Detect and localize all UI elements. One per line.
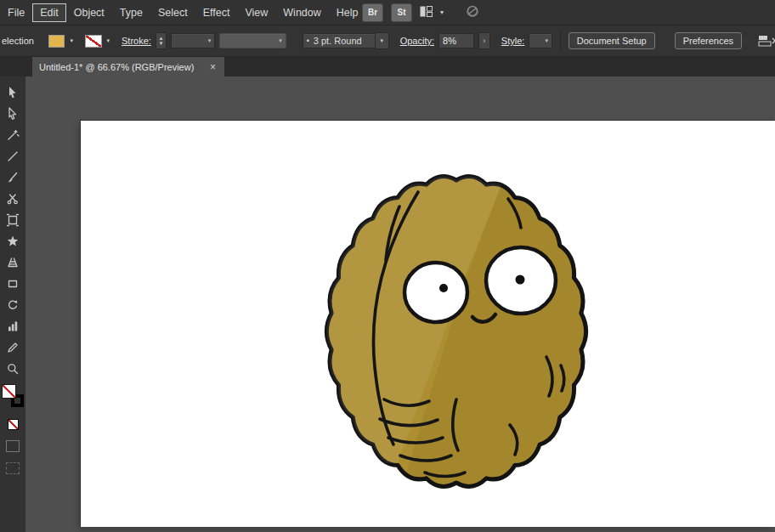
- draw-behind-icon[interactable]: [6, 462, 20, 474]
- brush-definition-value: 3 pt. Round: [314, 36, 362, 46]
- direct-selection-tool-icon[interactable]: [0, 103, 25, 124]
- preferences-button[interactable]: Preferences: [675, 32, 742, 49]
- fill-none-indicator-icon[interactable]: [2, 384, 16, 399]
- pencil-tool-icon[interactable]: [0, 337, 25, 358]
- paintbrush-tool-icon[interactable]: [0, 167, 25, 188]
- menu-type[interactable]: Type: [112, 3, 150, 22]
- selection-type-label: election: [2, 36, 34, 46]
- menu-object[interactable]: Object: [66, 3, 112, 22]
- chevron-down-icon: ▾: [275, 37, 282, 44]
- variable-width-combo: ▾: [219, 33, 286, 48]
- brush-chevron-icon[interactable]: ▾: [376, 32, 389, 49]
- brush-bullet-icon: •: [307, 37, 309, 45]
- menu-bar: File Edit Object Type Select Effect View…: [0, 0, 775, 25]
- style-label[interactable]: Style:: [501, 36, 525, 46]
- menu-help[interactable]: Help: [329, 3, 366, 22]
- free-transform-tool-icon[interactable]: [0, 209, 25, 230]
- style-combo[interactable]: ▾: [529, 33, 552, 48]
- bridge-button[interactable]: Br: [362, 3, 383, 22]
- selection-tool-icon[interactable]: [0, 82, 25, 103]
- control-bar: election ▾ ▾ Stroke: ▲ ▼ ▾ ▾ • 3 pt. Rou…: [0, 25, 775, 57]
- menu-view[interactable]: View: [237, 3, 275, 22]
- chevron-down-icon[interactable]: ▾: [205, 37, 212, 44]
- none-swatch-icon[interactable]: [8, 419, 19, 430]
- menu-file[interactable]: File: [0, 3, 32, 22]
- tools-panel: [0, 76, 25, 532]
- line-segment-tool-icon[interactable]: [0, 145, 25, 167]
- rectangle-tool-icon[interactable]: [0, 273, 25, 294]
- stroke-color-swatch[interactable]: [85, 35, 102, 48]
- perspective-grid-tool-icon[interactable]: [0, 252, 25, 273]
- opacity-label[interactable]: Opacity:: [400, 36, 434, 46]
- app-bar-icons: Br St ▾: [362, 0, 480, 25]
- align-icon[interactable]: [758, 34, 775, 48]
- opacity-field[interactable]: 8%: [438, 33, 474, 48]
- opacity-value: 8%: [443, 36, 456, 46]
- stroke-weight-label[interactable]: Stroke:: [122, 36, 151, 46]
- arrange-documents-icon[interactable]: [420, 6, 433, 20]
- chevron-down-icon[interactable]: ▾: [440, 9, 444, 16]
- column-graph-tool-icon[interactable]: [0, 315, 25, 337]
- scissors-tool-icon[interactable]: [0, 188, 25, 209]
- stock-button[interactable]: St: [391, 3, 412, 22]
- document-setup-button[interactable]: Document Setup: [569, 32, 655, 49]
- fill-chevron-icon[interactable]: ▾: [69, 37, 74, 44]
- magic-wand-tool-icon[interactable]: [0, 124, 25, 145]
- artboard[interactable]: [81, 121, 775, 527]
- stepper-down-icon[interactable]: ▼: [159, 41, 164, 46]
- fill-stroke-indicator[interactable]: [2, 384, 24, 407]
- divider: [560, 31, 561, 50]
- rotate-tool-icon[interactable]: [0, 294, 25, 315]
- menu-effect[interactable]: Effect: [195, 3, 238, 22]
- menu-select[interactable]: Select: [150, 3, 195, 22]
- document-tab-title: Untitled-1* @ 66.67% (RGB/Preview): [39, 62, 194, 72]
- close-tab-icon[interactable]: ×: [208, 61, 218, 73]
- menu-window[interactable]: Window: [275, 3, 328, 22]
- zoom-tool-icon[interactable]: [0, 358, 25, 379]
- sync-icon[interactable]: [465, 4, 480, 20]
- draw-normal-icon[interactable]: [6, 440, 20, 452]
- stroke-chevron-icon[interactable]: ▾: [106, 37, 111, 44]
- fill-color-swatch[interactable]: [48, 35, 65, 48]
- opacity-panel-arrow-icon[interactable]: ›: [478, 32, 490, 49]
- tab-bar: Untitled-1* @ 66.67% (RGB/Preview) ×: [0, 57, 775, 76]
- brush-definition-combo[interactable]: • 3 pt. Round: [303, 33, 376, 48]
- stroke-weight-stepper[interactable]: ▲ ▼: [156, 32, 167, 49]
- stroke-weight-combo[interactable]: ▾: [171, 33, 215, 48]
- shape-builder-tool-icon[interactable]: [0, 230, 25, 252]
- document-tab[interactable]: Untitled-1* @ 66.67% (RGB/Preview) ×: [32, 57, 224, 76]
- chevron-down-icon[interactable]: ▾: [541, 37, 548, 44]
- menu-edit[interactable]: Edit: [32, 3, 66, 22]
